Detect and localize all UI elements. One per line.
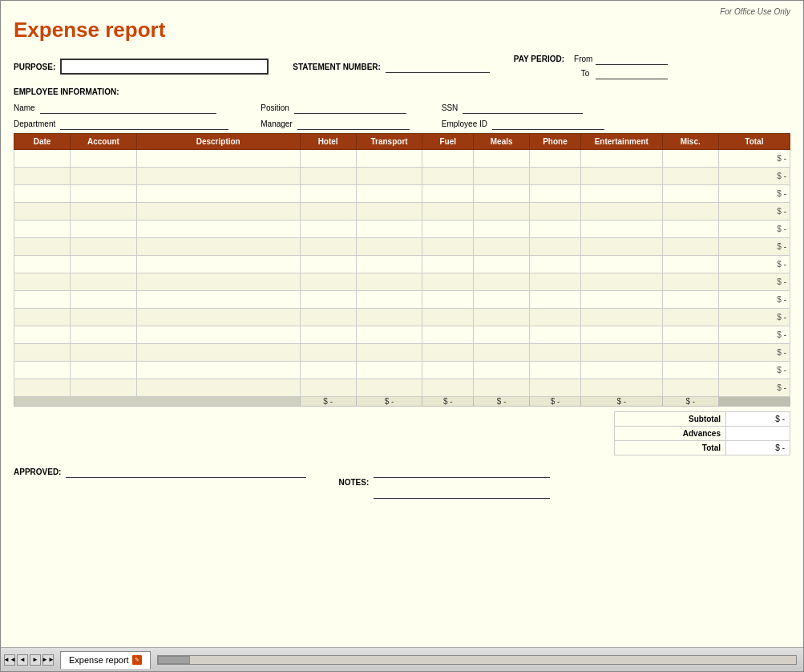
table-row[interactable] xyxy=(662,185,718,203)
scroll-thumb[interactable] xyxy=(158,656,190,664)
table-row[interactable] xyxy=(580,291,662,309)
table-row[interactable] xyxy=(580,309,662,326)
table-row[interactable] xyxy=(136,256,300,273)
table-row[interactable] xyxy=(580,150,662,168)
table-row[interactable] xyxy=(580,238,662,256)
table-row[interactable] xyxy=(530,256,581,273)
table-row[interactable] xyxy=(474,291,530,309)
table-row[interactable] xyxy=(422,168,474,185)
table-row[interactable] xyxy=(300,150,356,168)
table-row[interactable] xyxy=(136,273,300,291)
table-row[interactable] xyxy=(580,168,662,185)
table-row[interactable] xyxy=(71,238,137,256)
table-row[interactable] xyxy=(14,273,71,291)
table-row[interactable] xyxy=(474,309,530,326)
table-row[interactable] xyxy=(71,344,137,362)
table-row[interactable] xyxy=(474,362,530,379)
table-row[interactable] xyxy=(422,273,474,291)
table-row[interactable] xyxy=(300,203,356,221)
table-row[interactable] xyxy=(422,185,474,203)
purpose-input[interactable] xyxy=(60,59,269,75)
table-row[interactable] xyxy=(662,203,718,221)
table-row[interactable] xyxy=(14,326,71,344)
pay-period-to-input[interactable] xyxy=(596,67,668,79)
table-row[interactable] xyxy=(530,273,581,291)
table-row[interactable] xyxy=(474,256,530,273)
table-row[interactable] xyxy=(662,238,718,256)
table-row[interactable] xyxy=(71,221,137,238)
table-row[interactable] xyxy=(71,168,137,185)
table-row[interactable] xyxy=(14,344,71,362)
table-row[interactable] xyxy=(422,203,474,221)
table-row[interactable] xyxy=(422,291,474,309)
notes-input-1[interactable] xyxy=(374,465,550,478)
table-row[interactable] xyxy=(474,344,530,362)
table-row[interactable] xyxy=(300,185,356,203)
table-row[interactable] xyxy=(580,203,662,221)
nav-next[interactable]: ► xyxy=(30,654,41,666)
horizontal-scrollbar[interactable] xyxy=(157,655,797,665)
table-row[interactable] xyxy=(356,309,422,326)
table-row[interactable] xyxy=(356,273,422,291)
position-input[interactable] xyxy=(294,101,406,114)
table-row[interactable] xyxy=(71,362,137,379)
table-row[interactable] xyxy=(474,168,530,185)
table-row[interactable] xyxy=(580,185,662,203)
table-row[interactable] xyxy=(71,273,137,291)
table-row[interactable] xyxy=(14,256,71,273)
table-row[interactable] xyxy=(580,344,662,362)
table-row[interactable] xyxy=(474,185,530,203)
table-row[interactable] xyxy=(662,344,718,362)
table-row[interactable] xyxy=(136,326,300,344)
table-row[interactable] xyxy=(662,326,718,344)
table-row[interactable] xyxy=(356,362,422,379)
table-row[interactable] xyxy=(356,203,422,221)
table-row[interactable] xyxy=(356,291,422,309)
table-row[interactable] xyxy=(14,291,71,309)
table-row[interactable] xyxy=(662,291,718,309)
table-row[interactable] xyxy=(136,221,300,238)
table-row[interactable] xyxy=(14,238,71,256)
table-row[interactable] xyxy=(580,273,662,291)
table-row[interactable] xyxy=(474,379,530,397)
table-row[interactable] xyxy=(422,326,474,344)
table-row[interactable] xyxy=(356,326,422,344)
table-row[interactable] xyxy=(71,256,137,273)
manager-input[interactable] xyxy=(297,117,410,130)
table-row[interactable] xyxy=(136,203,300,221)
table-row[interactable] xyxy=(14,185,71,203)
table-row[interactable] xyxy=(530,150,581,168)
table-row[interactable] xyxy=(136,379,300,397)
table-row[interactable] xyxy=(300,168,356,185)
table-row[interactable] xyxy=(136,291,300,309)
table-row[interactable] xyxy=(14,168,71,185)
table-row[interactable] xyxy=(474,203,530,221)
statement-number-input[interactable] xyxy=(386,60,490,73)
table-row[interactable] xyxy=(300,344,356,362)
table-row[interactable] xyxy=(356,344,422,362)
table-row[interactable] xyxy=(356,256,422,273)
table-row[interactable] xyxy=(530,362,581,379)
table-row[interactable] xyxy=(662,362,718,379)
table-row[interactable] xyxy=(300,221,356,238)
table-row[interactable] xyxy=(71,291,137,309)
sheet-tab-expense-report[interactable]: Expense report ✎ xyxy=(60,651,151,669)
table-row[interactable] xyxy=(580,326,662,344)
table-row[interactable] xyxy=(356,379,422,397)
name-input[interactable] xyxy=(40,101,216,114)
table-row[interactable] xyxy=(580,362,662,379)
table-row[interactable] xyxy=(662,221,718,238)
table-row[interactable] xyxy=(136,185,300,203)
ssn-input[interactable] xyxy=(463,101,583,114)
nav-prev[interactable]: ◄ xyxy=(17,654,28,666)
table-row[interactable] xyxy=(136,344,300,362)
employee-id-input[interactable] xyxy=(492,117,604,130)
table-row[interactable] xyxy=(300,362,356,379)
pay-period-from-input[interactable] xyxy=(596,52,668,65)
table-row[interactable] xyxy=(422,256,474,273)
table-row[interactable] xyxy=(300,273,356,291)
table-row[interactable] xyxy=(356,238,422,256)
table-row[interactable] xyxy=(530,309,581,326)
table-row[interactable] xyxy=(71,326,137,344)
table-row[interactable] xyxy=(580,256,662,273)
